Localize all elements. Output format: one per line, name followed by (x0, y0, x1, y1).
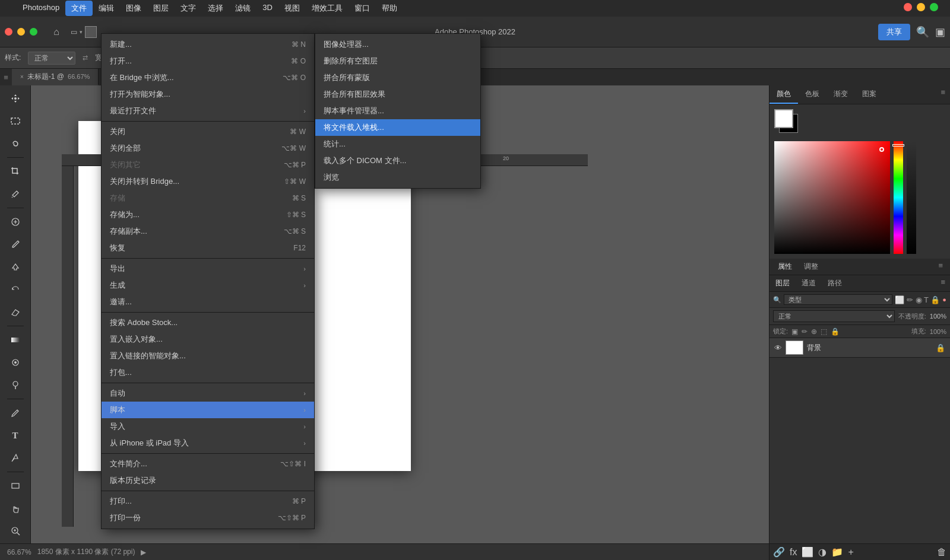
lock-artboard-icon[interactable]: ⬚ (821, 327, 827, 336)
add-layer-icon[interactable]: + (848, 547, 853, 558)
zoom-tool[interactable] (5, 520, 26, 542)
dodge-tool[interactable] (5, 374, 26, 396)
submenu-flatten-masks[interactable]: 拼合所有蒙版 (315, 69, 480, 86)
win-close-btn[interactable] (5, 28, 12, 36)
color-saturation-box[interactable] (774, 141, 890, 254)
menu-item-help[interactable]: 帮助 (376, 1, 403, 16)
submenu-image-processor[interactable]: 图像处理器... (315, 36, 480, 53)
paths-tab[interactable]: 路径 (822, 275, 848, 291)
tab-close-icon[interactable]: × (20, 74, 24, 80)
menu-item-filter[interactable]: 滤镜 (229, 1, 256, 16)
swatch-tab[interactable]: 色板 (798, 85, 826, 104)
delete-layer-icon[interactable]: 🗑 (937, 547, 946, 558)
lock-transparent-icon[interactable]: ▣ (791, 327, 798, 336)
submenu-browse[interactable]: 浏览 (315, 169, 480, 186)
foreground-swatch[interactable] (774, 109, 793, 128)
menu-close-bridge[interactable]: 关闭并转到 Bridge... ⇧⌘ W (102, 173, 314, 190)
type-tool[interactable]: T (5, 425, 26, 446)
healing-tool[interactable] (5, 211, 26, 233)
hand-tool[interactable] (5, 498, 26, 519)
gradient-tool[interactable] (5, 329, 26, 351)
menu-from-iphone[interactable]: 从 iPhone 或 iPad 导入 › (102, 435, 314, 451)
selection-dropdown-arrow[interactable]: ▾ (80, 29, 83, 35)
menu-scripts[interactable]: 脚本 › (102, 402, 314, 418)
adj-panel-options[interactable]: ≡ (933, 259, 948, 275)
menu-item-window[interactable]: 窗口 (349, 1, 376, 16)
channels-tab[interactable]: 通道 (796, 275, 822, 291)
lasso-tool[interactable] (5, 133, 26, 154)
menu-export[interactable]: 导出 › (102, 260, 314, 277)
menu-bridge[interactable]: 在 Bridge 中浏览... ⌥⌘ O (102, 69, 314, 86)
add-mask-icon[interactable]: ⬜ (802, 546, 813, 558)
brush-tool[interactable] (5, 234, 26, 255)
win-min-btn[interactable] (17, 28, 25, 36)
menu-item-text[interactable]: 文字 (175, 1, 202, 16)
menu-open[interactable]: 打开... ⌘ O (102, 53, 314, 69)
menu-invite[interactable]: 邀请... (102, 294, 314, 310)
clone-stamp-tool[interactable] (5, 256, 26, 278)
fill-value[interactable]: 100% (930, 328, 946, 335)
blur-tool[interactable] (5, 352, 26, 373)
menu-place-linked[interactable]: 置入链接的智能对象... (102, 348, 314, 364)
menu-item-view[interactable]: 视图 (278, 1, 306, 16)
add-link-icon[interactable]: 🔗 (773, 546, 785, 558)
gradient-tab[interactable]: 渐变 (826, 85, 855, 104)
layers-tab[interactable]: 图层 (770, 275, 796, 291)
lock-position-icon[interactable]: ⊕ (811, 327, 817, 336)
menu-recent[interactable]: 最近打开文件 › (102, 103, 314, 119)
shape-tool[interactable] (5, 475, 26, 497)
maximize-button[interactable] (930, 3, 938, 11)
menu-item-3d[interactable]: 3D (256, 1, 278, 16)
status-arrow[interactable]: ▶ (141, 548, 146, 556)
blend-mode-select[interactable]: 正常 (773, 310, 895, 322)
style-select[interactable]: 正常 (28, 52, 75, 65)
menu-file-info[interactable]: 文件简介... ⌥⇧⌘ I (102, 456, 314, 472)
menu-new[interactable]: 新建... ⌘ N (102, 36, 314, 53)
layer-visibility-icon[interactable]: 👁 (774, 343, 782, 352)
search-icon[interactable]: 🔍 (916, 26, 929, 39)
layer-type-filter[interactable]: 类型 (784, 294, 892, 305)
opacity-value[interactable]: 100% (930, 313, 946, 320)
submenu-flatten-effects[interactable]: 拼合所有图层效果 (315, 86, 480, 103)
menu-close-all[interactable]: 关闭全部 ⌥⌘ W (102, 140, 314, 157)
background-layer[interactable]: 👁 背景 🔒 (770, 338, 950, 358)
menu-search-stock[interactable]: 搜索 Adobe Stock... (102, 314, 314, 331)
menu-print[interactable]: 打印... ⌘ P (102, 493, 314, 510)
menu-item-photoshop[interactable]: Photoshop (17, 1, 65, 16)
menu-print-one[interactable]: 打印一份 ⌥⇧⌘ P (102, 510, 314, 526)
eyedropper-tool[interactable] (5, 183, 26, 205)
menu-generate[interactable]: 生成 › (102, 277, 314, 294)
submenu-load-dicom[interactable]: 载入多个 DICOM 文件... (315, 152, 480, 169)
menu-revert[interactable]: 恢复 F12 (102, 240, 314, 256)
add-group-icon[interactable]: 📁 (831, 546, 843, 558)
panel-options-icon[interactable]: ≡ (936, 85, 950, 104)
selection-tool[interactable] (5, 110, 26, 132)
color-tab[interactable]: 颜色 (770, 85, 798, 104)
submenu-statistics[interactable]: 统计... (315, 136, 480, 152)
close-button[interactable] (904, 3, 912, 11)
path-select-tool[interactable] (5, 447, 26, 469)
menu-package[interactable]: 打包... (102, 364, 314, 381)
share-button[interactable]: 共享 (878, 24, 910, 40)
history-brush-tool[interactable] (5, 279, 26, 300)
pen-tool[interactable] (5, 402, 26, 424)
win-max-btn[interactable] (30, 28, 37, 36)
add-adjustment-icon[interactable]: ◑ (818, 546, 826, 558)
properties-tab[interactable]: 属性 (772, 259, 798, 275)
minimize-button[interactable] (917, 3, 925, 11)
lock-all-icon[interactable]: 🔒 (831, 327, 840, 336)
menu-version-history[interactable]: 版本历史记录 (102, 472, 314, 489)
pattern-tab[interactable]: 图案 (855, 85, 884, 104)
menu-place-embed[interactable]: 置入嵌入对象... (102, 331, 314, 348)
menu-import[interactable]: 导入 › (102, 418, 314, 435)
layers-panel-options[interactable]: ≡ (936, 275, 950, 291)
opacity-spectrum[interactable] (907, 141, 916, 254)
move-tool[interactable] (5, 88, 26, 109)
menu-item-select[interactable]: 选择 (202, 1, 229, 16)
panel-toggle-left[interactable]: ≡ (0, 69, 12, 85)
menu-save-as[interactable]: 存储为... ⇧⌘ S (102, 206, 314, 223)
submenu-delete-empty-layers[interactable]: 删除所有空图层 (315, 53, 480, 69)
document-tab[interactable]: × 未标题-1 @ 66.67% (12, 69, 99, 85)
eraser-tool[interactable] (5, 301, 26, 323)
submenu-script-events[interactable]: 脚本事件管理器... (315, 103, 480, 119)
